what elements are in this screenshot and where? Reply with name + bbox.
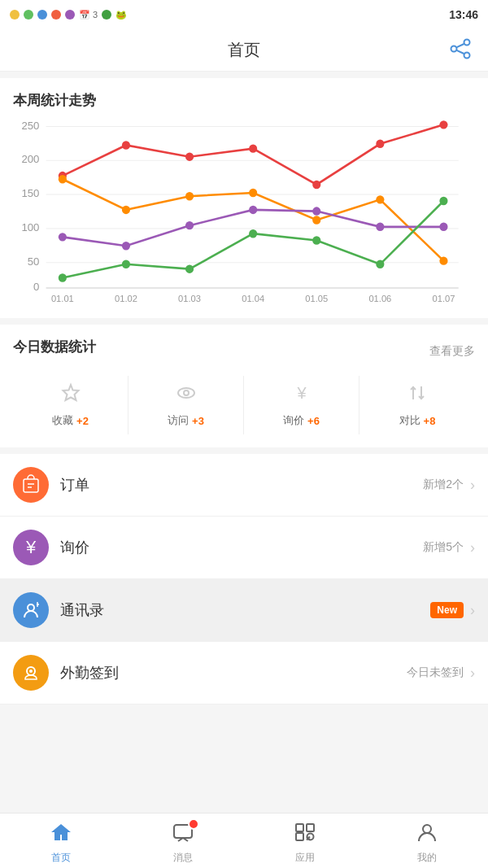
stats-grid: 收藏 +2 访问 +3 ¥ 询价 [13,376,475,434]
nav-home[interactable]: 首页 [0,817,122,865]
svg-point-32 [122,206,130,214]
svg-text:¥: ¥ [25,537,37,557]
inquiry-right: 新增5个 › [423,539,475,556]
svg-text:100: 100 [21,221,39,233]
svg-text:01.03: 01.03 [178,294,201,303]
svg-point-36 [376,195,384,203]
compare-value: +8 [424,415,436,427]
svg-text:50: 50 [28,255,40,268]
svg-text:150: 150 [21,187,39,199]
svg-point-50 [376,260,384,268]
contacts-chevron: › [470,602,475,619]
page-title: 首页 [228,39,260,61]
list-item-inquiry[interactable]: ¥ 询价 新增5个 › [0,517,488,579]
nav-apps[interactable]: 应用 [244,817,366,865]
svg-text:01.04: 01.04 [242,294,264,303]
svg-point-39 [122,242,130,250]
stat-collect: 收藏 +2 [13,376,129,434]
svg-point-53 [178,388,194,398]
inquiry-icon: ¥ [291,382,312,408]
visit-label: 访问 [168,413,189,428]
svg-point-26 [185,152,194,160]
nav-home-label: 首页 [51,851,71,865]
collect-icon [60,382,81,408]
apps-icon [294,822,316,848]
stats-header: 今日数据统计 查看更多 [13,338,475,364]
nav-apps-label: 应用 [295,851,315,865]
visit-value: +3 [192,415,204,427]
svg-point-33 [185,192,194,200]
collect-value: +2 [76,415,89,427]
svg-text:¥: ¥ [296,384,307,402]
svg-point-34 [249,189,257,197]
svg-point-2 [464,52,470,58]
svg-point-71 [307,834,314,840]
svg-point-43 [376,223,384,231]
list-item-contacts[interactable]: 通讯录 New › [0,579,488,642]
svg-point-30 [439,120,447,129]
svg-point-44 [439,223,447,231]
order-icon [13,467,49,503]
svg-point-72 [423,825,431,833]
list-item-checkin[interactable]: 外勤签到 今日未签到 › [0,642,488,704]
inquiry-value: +6 [307,415,320,427]
svg-point-31 [59,175,67,183]
svg-text:0: 0 [33,281,39,293]
svg-point-37 [439,256,447,264]
inquiry-list-icon: ¥ [13,530,49,565]
svg-point-51 [439,197,447,205]
chart-section: 本周统计走势 250 200 150 100 50 0 01.01 01.02 … [0,78,488,318]
svg-text:250: 250 [21,119,39,131]
compare-label: 对比 [399,413,420,428]
svg-rect-70 [296,833,303,840]
svg-point-0 [464,39,470,45]
checkin-label: 外勤签到 [60,663,407,683]
order-label: 订单 [60,475,423,495]
order-count: 新增2个 [423,478,464,492]
inquiry-label: 询价 [283,413,304,428]
share-button[interactable] [449,37,472,63]
nav-mine[interactable]: 我的 [366,817,488,865]
svg-text:01.05: 01.05 [305,294,328,303]
svg-text:01.01: 01.01 [51,294,74,303]
nav-message[interactable]: 消息 [122,817,244,865]
svg-point-45 [59,273,67,281]
inquiry-list-label: 询价 [60,538,423,557]
view-more-link[interactable]: 查看更多 [429,344,475,359]
svg-rect-58 [24,479,38,492]
message-icon [172,822,194,848]
svg-point-46 [122,260,130,268]
mine-icon [416,822,438,848]
home-icon [50,822,72,848]
list-item-order[interactable]: 订单 新增2个 › [0,454,488,517]
svg-marker-52 [63,385,78,400]
contacts-right: New › [430,602,475,619]
message-dot [188,818,199,830]
compare-icon [407,382,428,408]
svg-point-66 [29,670,33,673]
stat-visit: 访问 +3 [129,376,244,434]
svg-point-54 [184,390,189,395]
bottom-nav: 首页 消息 应用 [0,813,488,868]
svg-text:01.07: 01.07 [433,294,455,303]
stats-title: 今日数据统计 [13,338,96,356]
inquiry-count: 新增5个 [423,540,464,555]
visit-icon [176,382,197,408]
stat-compare: 对比 +8 [359,376,475,434]
svg-text:200: 200 [21,153,39,165]
checkin-status: 今日未签到 [407,665,464,680]
svg-point-49 [312,236,320,244]
new-badge: New [430,602,464,618]
list-section: 订单 新增2个 › ¥ 询价 新增5个 › 通讯录 [0,454,488,704]
svg-text:01.06: 01.06 [368,294,391,303]
contacts-label: 通讯录 [60,600,430,620]
svg-text:01.02: 01.02 [115,294,137,303]
svg-point-28 [312,181,320,189]
svg-line-3 [457,44,464,47]
header: 首页 [0,29,488,72]
nav-mine-label: 我的 [417,851,437,865]
svg-point-29 [376,140,384,148]
svg-point-35 [312,216,320,224]
contacts-icon [13,592,49,628]
checkin-chevron: › [470,665,475,682]
